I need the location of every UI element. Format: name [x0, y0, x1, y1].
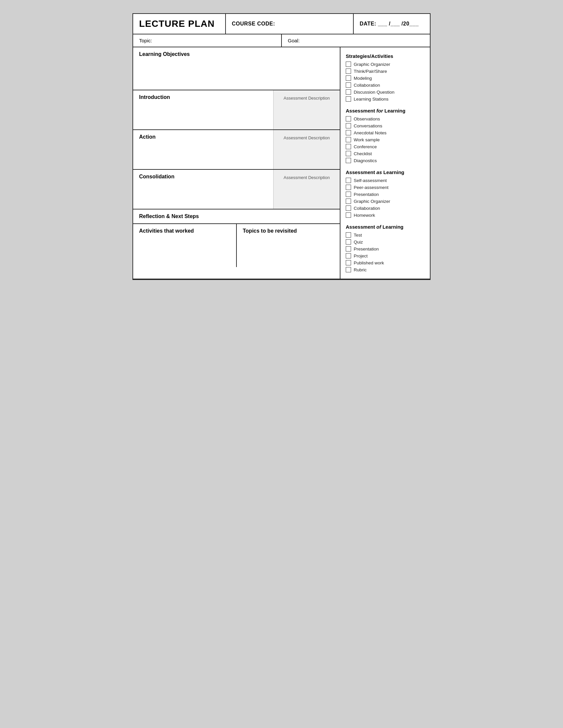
checkbox-box[interactable]: [346, 144, 351, 149]
assessment-of-list: TestQuizPresentationProjectPublished wor…: [346, 232, 425, 272]
strategies-list: Graphic OrganizerThink/Pair/ShareModelin…: [346, 62, 425, 102]
right-column: Strategies/Activities Graphic OrganizerT…: [341, 47, 430, 279]
checkbox-box[interactable]: [346, 178, 351, 183]
checkbox-box[interactable]: [346, 185, 351, 190]
checkbox-box[interactable]: [346, 137, 351, 142]
form-title: LECTURE PLAN: [139, 19, 214, 29]
header-row: LECTURE PLAN COURSE CODE: DATE: ___ /___…: [133, 14, 430, 34]
checkbox-box[interactable]: [346, 199, 351, 204]
checkbox-item: Quiz: [346, 239, 425, 245]
goal-label: Goal:: [288, 38, 300, 43]
strategies-section: Strategies/Activities Graphic OrganizerT…: [346, 53, 425, 102]
checkbox-box[interactable]: [346, 232, 351, 238]
topics-revisited: Topics to be revisited: [237, 224, 340, 267]
checkbox-box[interactable]: [346, 151, 351, 156]
checkbox-label: Project: [354, 253, 368, 258]
checkbox-box[interactable]: [346, 96, 351, 102]
checkbox-item: Modeling: [346, 75, 425, 81]
assessment-of-section: Assessment of Learning TestQuizPresentat…: [346, 224, 425, 272]
checkbox-item: Discussion Question: [346, 89, 425, 95]
assessment-for-title: Assessment for Learning: [346, 108, 425, 114]
activities-worked-title: Activities that worked: [139, 228, 194, 234]
reflection-title: Reflection & Next Steps: [139, 213, 199, 219]
checkbox-label: Conversations: [354, 123, 382, 128]
checkbox-item: Checklist: [346, 151, 425, 156]
topic-label: Topic:: [139, 38, 152, 43]
checkbox-box[interactable]: [346, 123, 351, 128]
checkbox-item: Graphic Organizer: [346, 199, 425, 204]
checkbox-item: Published work: [346, 260, 425, 265]
consolidation-section: Consolidation Assessment Description: [133, 170, 340, 209]
checkbox-box[interactable]: [346, 253, 351, 258]
introduction-assessment-label: Assessment Description: [284, 96, 330, 101]
checkbox-label: Peer-assessment: [354, 185, 389, 190]
checkbox-label: Observations: [354, 116, 380, 121]
checkbox-item: Learning Stations: [346, 96, 425, 102]
assessment-as-section: Assessment as Learning Self-assessmentPe…: [346, 169, 425, 218]
checkbox-box[interactable]: [346, 260, 351, 265]
checkbox-label: Anecdotal Notes: [354, 130, 387, 135]
checkbox-label: Modeling: [354, 76, 372, 81]
checkbox-item: Diagnostics: [346, 158, 425, 163]
consolidation-title: Consolidation: [139, 174, 174, 179]
checkbox-label: Test: [354, 233, 362, 238]
checkbox-label: Graphic Organizer: [354, 199, 390, 204]
checkbox-box[interactable]: [346, 239, 351, 245]
assessment-of-title: Assessment of Learning: [346, 224, 425, 230]
checkbox-box[interactable]: [346, 205, 351, 211]
checkbox-item: Collaboration: [346, 205, 425, 211]
date-label: DATE: ___ /___ /20___: [360, 21, 419, 27]
checkbox-box[interactable]: [346, 82, 351, 88]
checkbox-label: Learning Stations: [354, 97, 389, 102]
checkbox-item: Homework: [346, 212, 425, 218]
activities-section: Activities that worked Topics to be revi…: [133, 224, 340, 267]
activities-worked: Activities that worked: [133, 224, 237, 267]
topic-goal-row: Topic: Goal:: [133, 34, 430, 47]
assessment-as-title: Assessment as Learning: [346, 169, 425, 175]
checkbox-item: Conference: [346, 144, 425, 149]
form-title-cell: LECTURE PLAN: [133, 14, 226, 34]
course-code-cell: COURSE CODE:: [226, 14, 354, 34]
checkbox-item: Conversations: [346, 123, 425, 128]
checkbox-label: Presentation: [354, 247, 379, 251]
checkbox-box[interactable]: [346, 267, 351, 272]
checkbox-item: Project: [346, 253, 425, 258]
action-section: Action Assessment Description: [133, 130, 340, 170]
checkbox-box[interactable]: [346, 246, 351, 251]
checkbox-box[interactable]: [346, 89, 351, 95]
checkbox-box[interactable]: [346, 130, 351, 135]
checkbox-box[interactable]: [346, 75, 351, 81]
goal-cell: Goal:: [282, 34, 430, 47]
checkbox-box[interactable]: [346, 158, 351, 163]
checkbox-item: Think/Pair/Share: [346, 68, 425, 74]
checkbox-label: Diagnostics: [354, 158, 377, 163]
checkbox-label: Work sample: [354, 137, 380, 142]
consolidation-assessment-label: Assessment Description: [284, 175, 330, 180]
consolidation-left: Consolidation: [133, 170, 273, 209]
checkbox-item: Graphic Organizer: [346, 62, 425, 67]
checkbox-box[interactable]: [346, 116, 351, 121]
date-cell: DATE: ___ /___ /20___: [354, 14, 430, 34]
topics-revisited-title: Topics to be revisited: [243, 228, 297, 234]
checkbox-box[interactable]: [346, 212, 351, 218]
introduction-assessment: Assessment Description: [273, 90, 340, 129]
action-assessment: Assessment Description: [273, 130, 340, 169]
assessment-for-section: Assessment for Learning ObservationsConv…: [346, 108, 425, 163]
checkbox-label: Think/Pair/Share: [354, 69, 387, 74]
learning-objectives-body: [133, 60, 340, 90]
checkbox-label: Collaboration: [354, 83, 380, 88]
reflection-section: Reflection & Next Steps: [133, 209, 340, 224]
checkbox-label: Discussion Question: [354, 90, 395, 95]
checkbox-label: Homework: [354, 213, 375, 218]
checkbox-item: Work sample: [346, 137, 425, 142]
checkbox-box[interactable]: [346, 192, 351, 197]
introduction-title: Introduction: [139, 94, 170, 100]
checkbox-label: Published work: [354, 260, 384, 265]
checkbox-item: Presentation: [346, 192, 425, 197]
checkbox-box[interactable]: [346, 62, 351, 67]
lecture-plan-form: LECTURE PLAN COURSE CODE: DATE: ___ /___…: [132, 13, 431, 280]
introduction-section: Introduction Assessment Description: [133, 90, 340, 130]
checkbox-box[interactable]: [346, 68, 351, 74]
checkbox-item: Collaboration: [346, 82, 425, 88]
assessment-as-list: Self-assessmentPeer-assessmentPresentati…: [346, 178, 425, 218]
